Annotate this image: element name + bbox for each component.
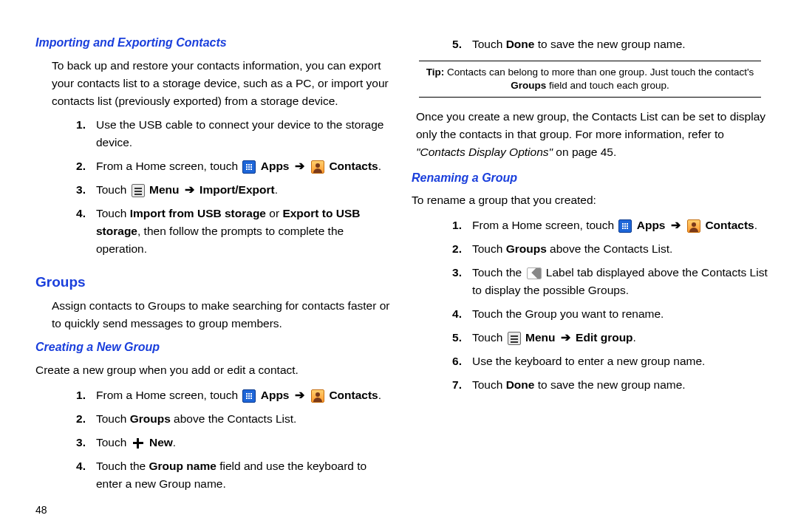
heading-groups: Groups <box>35 271 392 293</box>
step-text: Touch Menu ➔ Import/Export. <box>96 181 392 199</box>
step-text: Touch the Group name field and use the k… <box>96 457 392 493</box>
step-text: From a Home screen, touch Apps ➔ Contact… <box>472 216 768 234</box>
step-5: 5. Touch Done to save the new group name… <box>412 35 768 53</box>
lead-import-export: To back up and restore your contacts inf… <box>52 57 392 110</box>
text: Touch <box>96 207 130 219</box>
step-1: 1. From a Home screen, touch Apps ➔ Cont… <box>412 216 768 234</box>
tip-label: Tip: <box>426 66 445 78</box>
text: Once you create a new group, the Contact… <box>416 110 765 140</box>
text: Touch <box>96 412 130 425</box>
label-apps: Apps <box>261 389 290 401</box>
step-number: 5. <box>443 329 462 347</box>
step-text: Touch the Label tab displayed above the … <box>472 264 768 299</box>
step-1: 1. Use the USB cable to connect your dev… <box>35 116 392 151</box>
paragraph-after-tip: Once you create a new group, the Contact… <box>416 108 768 161</box>
lead-groups: Assign contacts to Groups to make search… <box>52 297 392 332</box>
arrow-icon: ➔ <box>295 160 304 172</box>
tip-box: Tip: Contacts can belong to more than on… <box>419 61 761 98</box>
tip-bold: Groups <box>511 80 546 91</box>
label-menu: Menu <box>525 331 555 344</box>
text: Touch <box>472 378 506 391</box>
step-text: Touch the Group you want to rename. <box>472 305 768 323</box>
arrow-icon: ➔ <box>561 331 570 344</box>
label-contacts: Contacts <box>329 389 378 401</box>
period: . <box>378 160 381 172</box>
plus-icon <box>132 437 145 450</box>
label-contacts: Contacts <box>329 160 378 172</box>
step-5: 5. Touch Menu ➔ Edit group. <box>412 329 768 347</box>
bold: Groups <box>130 412 171 425</box>
step-text: Touch Menu ➔ Edit group. <box>472 329 768 347</box>
contacts-icon <box>687 219 700 233</box>
left-column: Importing and Exporting Contacts To back… <box>35 30 392 532</box>
lead-rename-group: To rename a group that you created: <box>412 191 768 209</box>
apps-icon <box>242 389 256 403</box>
step-1: 1. From a Home screen, touch Apps ➔ Cont… <box>35 386 392 404</box>
menu-icon <box>508 332 521 345</box>
label-import-export: Import/Export <box>200 183 275 196</box>
step-text: Use the keyboard to enter a new group na… <box>472 352 768 370</box>
step-4: 4. Touch the Group you want to rename. <box>412 305 768 323</box>
step-number: 3. <box>443 264 462 299</box>
tip-text: Contacts can belong to more than one gro… <box>444 66 754 78</box>
contacts-icon <box>311 160 324 174</box>
step-3: 3. Touch Menu ➔ Import/Export. <box>35 181 392 199</box>
label-new: New <box>149 436 173 449</box>
step-text: Touch New. <box>96 434 392 451</box>
bold: Groups <box>506 242 547 255</box>
step-2: 2. Touch Groups above the Contacts List. <box>412 240 768 258</box>
label-menu: Menu <box>149 183 179 196</box>
step-2: 2. Touch Groups above the Contacts List. <box>35 410 392 428</box>
bold: Group name <box>149 460 216 472</box>
step-text: From a Home screen, touch Apps ➔ Contact… <box>96 386 392 404</box>
page-number: 48 <box>35 502 47 519</box>
arrow-icon: ➔ <box>671 219 681 231</box>
step-number: 2. <box>443 240 462 258</box>
period: . <box>633 331 636 344</box>
step-3: 3. Touch New. <box>35 434 392 451</box>
label-tab-icon <box>527 267 542 279</box>
step-text: Touch Groups above the Contacts List. <box>96 410 392 428</box>
heading-rename-group: Renaming a Group <box>412 169 768 188</box>
step-number: 5. <box>443 35 462 53</box>
label-apps: Apps <box>261 160 290 172</box>
step-text: Touch Done to save the new group name. <box>472 376 768 394</box>
label-apps: Apps <box>637 219 666 231</box>
step-text: From a Home screen, touch Apps ➔ Contact… <box>96 157 392 175</box>
period: . <box>173 436 176 449</box>
step-number: 3. <box>66 181 86 199</box>
step-3: 3. Touch the Label tab displayed above t… <box>412 264 768 299</box>
step-number: 4. <box>443 305 462 323</box>
text: to save the new group name. <box>534 378 685 391</box>
contacts-icon <box>311 389 324 403</box>
arrow-icon: ➔ <box>185 183 194 196</box>
bold: Import from USB storage <box>130 207 266 219</box>
step-number: 6. <box>443 352 462 370</box>
text: From a Home screen, touch <box>96 160 241 172</box>
text: above the Contacts List. <box>171 412 297 425</box>
text: Touch <box>96 183 130 196</box>
step-text: Touch Done to save the new group name. <box>472 35 768 53</box>
steps-continued: 5. Touch Done to save the new group name… <box>412 35 768 53</box>
steps-create-group: 1. From a Home screen, touch Apps ➔ Cont… <box>35 386 392 493</box>
label-edit-group: Edit group <box>576 331 633 344</box>
step-number: 2. <box>66 157 86 175</box>
apps-icon <box>242 160 256 174</box>
step-4: 4. Touch the Group name field and use th… <box>35 457 392 493</box>
step-number: 1. <box>66 386 86 404</box>
lead-create-group: Create a new group when you add or edit … <box>35 361 392 379</box>
step-number: 7. <box>443 376 462 394</box>
manual-page: Importing and Exporting Contacts To back… <box>0 0 798 532</box>
step-number: 2. <box>66 410 86 428</box>
text: From a Home screen, touch <box>96 389 241 401</box>
text: Touch <box>472 242 506 255</box>
text: Touch <box>472 38 506 50</box>
step-7: 7. Touch Done to save the new group name… <box>412 376 768 394</box>
step-text: Touch Import from USB storage or Export … <box>96 205 392 258</box>
period: . <box>754 219 757 231</box>
text: above the Contacts List. <box>547 242 673 255</box>
period: . <box>275 183 278 196</box>
text: Touch the <box>96 460 149 472</box>
step-number: 3. <box>66 434 86 451</box>
heading-create-group: Creating a New Group <box>35 338 392 357</box>
